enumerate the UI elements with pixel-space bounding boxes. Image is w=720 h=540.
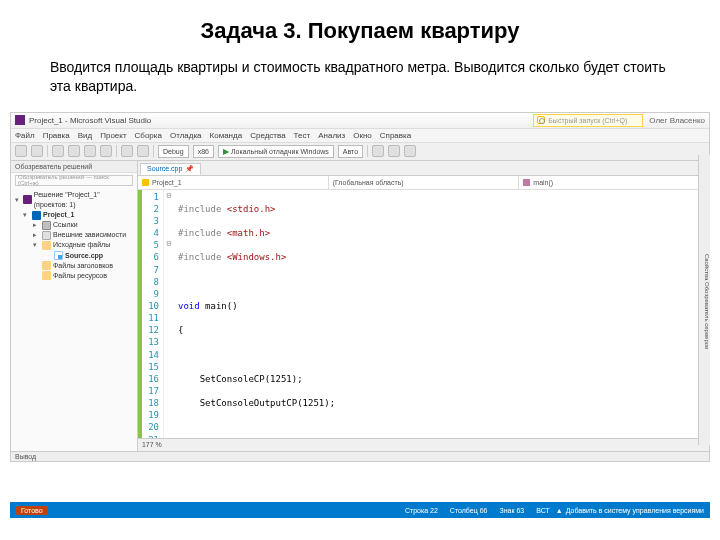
status-add-source-control[interactable]: ▲ Добавить в систему управления версиями [556,507,704,514]
menu-help[interactable]: Справка [380,131,411,140]
auto-dropdown[interactable]: Авто [338,145,363,158]
zoom-level[interactable]: 177 % [142,441,162,448]
menu-tools[interactable]: Средства [250,131,285,140]
project-icon [32,211,41,220]
editor-tabstrip: Source.cpp📌 [138,161,709,176]
slide-subtitle: Вводится площадь квартиры и стоимость кв… [0,58,720,112]
menu-build[interactable]: Сборка [135,131,162,140]
menu-bar: Файл Правка Вид Проект Сборка Отладка Ко… [11,129,709,143]
editor-panel: Source.cpp📌 Project_1 (Глобальная област… [138,161,709,451]
toolbar: Debug x86 ▶Локальный отладчик Windows Ав… [11,143,709,161]
separator [153,145,154,157]
search-icon [537,116,545,124]
folder-icon [42,271,51,280]
function-icon [523,179,530,186]
scope-label: (Глобальная область) [333,179,404,186]
config-dropdown[interactable]: Debug [158,145,189,158]
scope-function-dropdown[interactable]: main() [519,176,709,189]
window-title: Project_1 - Microsoft Visual Studio [29,116,533,125]
status-col: Столбец 66 [450,507,488,514]
scope-project-dropdown[interactable]: Project_1 [138,176,329,189]
tree-sources[interactable]: ▾Исходные файлы [13,240,135,250]
solution-search-input[interactable]: Обозреватель решений — поиск (Ctrl+ж) [15,175,133,186]
deps-icon [42,231,51,240]
scope-label: main() [533,179,553,186]
scope-namespace-dropdown[interactable]: (Глобальная область) [329,176,520,189]
nav-fwd-button[interactable] [31,145,43,157]
new-button[interactable] [52,145,64,157]
solution-tree: ▾Решение "Project_1" (проектов: 1) ▾Proj… [11,188,137,283]
menu-debug[interactable]: Отладка [170,131,202,140]
status-ready: Готово [16,506,48,515]
titlebar[interactable]: Project_1 - Microsoft Visual Studio Быст… [11,113,709,129]
status-char: Знак 63 [499,507,524,514]
tree-deps[interactable]: ▸Внешние зависимости [13,230,135,240]
tree-resources[interactable]: Файлы ресурсов [13,271,135,281]
tree-label: Решение "Project_1" (проектов: 1) [34,190,135,210]
cpp-file-icon [54,251,63,260]
fold-column[interactable]: ⊟⊟ [164,190,174,438]
scope-icon [142,179,149,186]
redo-button[interactable] [137,145,149,157]
separator [116,145,117,157]
pin-icon[interactable]: 📌 [185,165,194,173]
save-all-button[interactable] [100,145,112,157]
platform-dropdown[interactable]: x86 [193,145,214,158]
separator [367,145,368,157]
code-text[interactable]: #include <stdio.h> #include <math.h> #in… [174,190,709,438]
quick-launch-placeholder: Быстрый запуск (Ctrl+Q) [548,117,627,124]
output-panel-title[interactable]: Вывод [11,451,709,461]
tab-label: Source.cpp [147,165,182,172]
menu-analyze[interactable]: Анализ [318,131,345,140]
tree-refs[interactable]: ▸Ссылки [13,220,135,230]
scope-label: Project_1 [152,179,182,186]
tree-label: Файлы заголовков [53,261,113,271]
tree-project[interactable]: ▾Project_1 [13,210,135,220]
solution-explorer: Обозреватель решений Обозреватель решени… [11,161,138,451]
editor-tab-source[interactable]: Source.cpp📌 [140,163,201,175]
tb-button[interactable] [372,145,384,157]
open-button[interactable] [68,145,80,157]
tree-headers[interactable]: Файлы заголовков [13,261,135,271]
menu-window[interactable]: Окно [353,131,372,140]
editor-footer: 177 % [138,438,709,451]
tb-button[interactable] [388,145,400,157]
play-icon: ▶ [223,147,229,156]
quick-launch-input[interactable]: Быстрый запуск (Ctrl+Q) [533,114,643,127]
references-icon [42,221,51,230]
tree-file-source[interactable]: Source.cpp [13,251,135,261]
menu-project[interactable]: Проект [100,131,126,140]
solution-explorer-title: Обозреватель решений [11,161,137,173]
status-add-label: Добавить в систему управления версиями [566,507,704,514]
solution-icon [23,195,31,204]
menu-team[interactable]: Команда [210,131,243,140]
ide-window: Project_1 - Microsoft Visual Studio Быст… [10,112,710,462]
status-bar: Готово Строка 22 Столбец 66 Знак 63 ВСТ … [10,502,710,518]
change-marker-bar [138,190,142,438]
tree-label: Source.cpp [65,251,103,261]
tree-solution[interactable]: ▾Решение "Project_1" (проектов: 1) [13,190,135,210]
save-button[interactable] [84,145,96,157]
menu-file[interactable]: Файл [15,131,35,140]
tb-button[interactable] [404,145,416,157]
signed-in-user[interactable]: Олег Власенко [649,116,705,125]
line-numbers: 123456789101112131415161718192021222324 [142,190,164,438]
tree-label: Project_1 [43,210,75,220]
tree-label: Внешние зависимости [53,230,126,240]
folder-icon [42,261,51,270]
code-editor[interactable]: 123456789101112131415161718192021222324 … [138,190,709,438]
tree-label: Ссылки [53,220,78,230]
status-insert: ВСТ [536,507,550,514]
menu-test[interactable]: Тест [294,131,311,140]
slide-title: Задача 3. Покупаем квартиру [0,0,720,58]
tree-label: Файлы ресурсов [53,271,107,281]
menu-edit[interactable]: Правка [43,131,70,140]
run-label: Локальный отладчик Windows [231,148,329,155]
separator [47,145,48,157]
right-tool-tabs[interactable]: Свойства Обозреватель серверов [698,155,710,445]
undo-button[interactable] [121,145,133,157]
menu-view[interactable]: Вид [78,131,92,140]
run-button[interactable]: ▶Локальный отладчик Windows [218,145,334,158]
nav-back-button[interactable] [15,145,27,157]
status-line: Строка 22 [405,507,438,514]
